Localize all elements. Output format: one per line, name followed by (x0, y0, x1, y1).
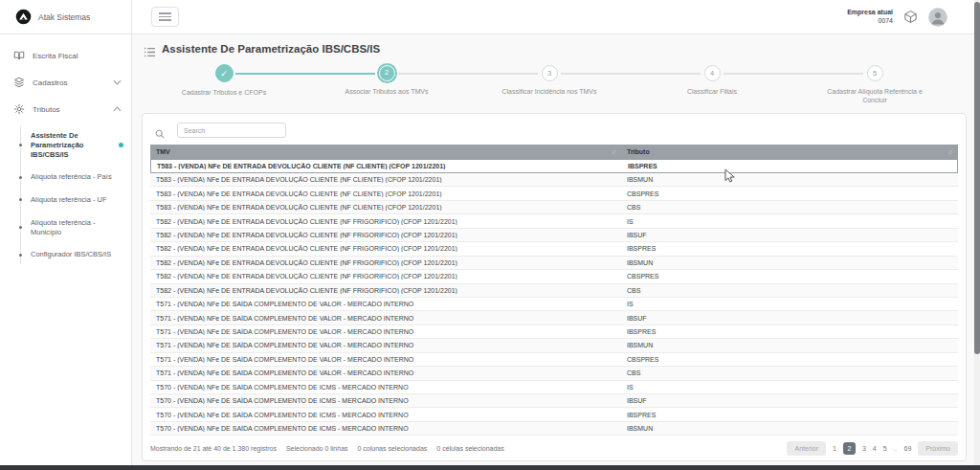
page-button-3[interactable]: 3 (862, 445, 866, 452)
bullet-icon (19, 226, 22, 229)
stepper: ✓Cadastrar Tributos e CFOPs2Associar Tri… (143, 64, 956, 104)
cell-tributo: CBS (621, 287, 958, 294)
table-body: T583 - (VENDA) NFe DE ENTRADA DEVOLUÇÃO … (150, 159, 958, 436)
table-row[interactable]: T583 - (VENDA) NFe DE ENTRADA DEVOLUÇÃO … (150, 187, 958, 200)
column-header-tributo[interactable]: Tributo ↓↑ (621, 148, 958, 155)
column-header-tmv[interactable]: TMV ↓↑ (150, 148, 621, 155)
page-button-1[interactable]: 1 (833, 445, 836, 452)
cell-tmv: T583 - (VENDA) NFe DE ENTRADA DEVOLUÇÃO … (151, 163, 622, 169)
table-row[interactable]: T571 - (VENDA) NFe DE SAÍDA COMPLEMENTO … (150, 353, 958, 367)
cell-tmv: T582 - (VENDA) NFe DE ENTRADA DEVOLUÇÃO … (150, 218, 621, 225)
table-row[interactable]: T583 - (VENDA) NFe DE ENTRADA DEVOLUÇÃO … (150, 159, 958, 173)
sidebar-item-aliquota-referencia-uf[interactable]: Alíquota referência - UF (0, 189, 131, 212)
table-row[interactable]: T582 - (VENDA) NFe DE ENTRADA DEVOLUÇÃO … (150, 257, 958, 270)
step-number: 4 (704, 65, 721, 81)
cell-tmv: T571 - (VENDA) NFe DE SAÍDA COMPLEMENTO … (150, 342, 621, 348)
cell-tributo: IBSPRES (622, 163, 957, 169)
table-row[interactable]: T582 - (VENDA) NFe DE ENTRADA DEVOLUÇÃO … (150, 284, 958, 298)
table-row[interactable]: T571 - (VENDA) NFe DE SAÍDA COMPLEMENTO … (150, 311, 958, 325)
cell-tmv: T582 - (VENDA) NFe DE ENTRADA DEVOLUÇÃO … (150, 259, 621, 266)
sidebar-item-configurador-ibs-cbs-is[interactable]: Configurador IBS/CBS/IS (0, 243, 131, 266)
sort-icon[interactable]: ↓↑ (612, 148, 616, 155)
sidebar-item-aliquota-referencia-municipio[interactable]: Alíquota referência - Município (0, 212, 131, 244)
cell-tmv: T583 - (VENDA) NFe DE ENTRADA DEVOLUÇÃO … (150, 190, 621, 197)
sidebar-item-cadastros[interactable]: Cadastros (0, 69, 131, 96)
search-icon (155, 125, 165, 135)
table-row[interactable]: T570 - (VENDA) NFe DE SAÍDA COMPLEMENTO … (150, 408, 958, 421)
search-input[interactable] (177, 123, 286, 138)
page-button-69[interactable]: 69 (904, 445, 912, 452)
table-row[interactable]: T582 - (VENDA) NFe DE ENTRADA DEVOLUÇÃO … (150, 214, 958, 228)
cell-tributo: IS (621, 301, 958, 307)
page-button-2[interactable]: 2 (843, 442, 856, 455)
cell-tmv: T570 - (VENDA) NFe DE SAÍDA COMPLEMENTO … (150, 397, 621, 404)
selected-lines: Selecionado 0 linhas (286, 445, 348, 452)
next-page-button[interactable]: Próximo (918, 441, 958, 456)
cell-tributo: IBSPRES (621, 412, 958, 418)
table-header: TMV ↓↑ Tributo ↓↑ (150, 145, 958, 159)
list-icon (144, 44, 156, 55)
tributos-submenu: Assistente De Parametrização IBS/CBS/ISA… (0, 123, 131, 270)
table-status: Mostrando de 21 até 40 de 1.380 registro… (150, 445, 504, 452)
step-number: 3 (542, 65, 558, 81)
bullet-icon (19, 144, 22, 146)
cell-tmv: T571 - (VENDA) NFe DE SAÍDA COMPLEMENTO … (150, 301, 621, 307)
step-5[interactable]: 5Cadastrar Alíquota Referência e Conclui… (793, 64, 956, 104)
sidebar-item-escrita-fiscal[interactable]: Escrita Fiscal (0, 42, 131, 69)
layers-icon (13, 77, 25, 88)
step-label: Cadastrar Alíquota Referência e Concluir (824, 87, 925, 104)
cell-tmv: T582 - (VENDA) NFe DE ENTRADA DEVOLUÇÃO … (150, 245, 621, 252)
current-company: Empresa atual 0074 (847, 9, 893, 26)
cell-tributo: IBSUF (621, 315, 958, 322)
step-1[interactable]: ✓Cadastrar Tributos e CFOPs (143, 64, 305, 104)
cell-tributo: IBSUF (621, 232, 958, 238)
pagination-pages: 12345..69 (833, 442, 911, 455)
pagination: Anterior 12345..69 Próximo (787, 441, 958, 456)
page-button-5[interactable]: 5 (883, 445, 887, 452)
cube-icon[interactable] (903, 10, 918, 24)
cell-tributo: CBS (621, 369, 958, 376)
topbar: Empresa atual 0074 (132, 0, 980, 34)
sort-icon[interactable]: ↓↑ (948, 148, 953, 155)
cell-tmv: T571 - (VENDA) NFe DE SAÍDA COMPLEMENTO … (150, 356, 621, 363)
step-label: Classificar Filiais (661, 87, 763, 96)
table-row[interactable]: T571 - (VENDA) NFe DE SAÍDA COMPLEMENTO … (150, 367, 958, 380)
scrollbar-thumb[interactable] (974, 2, 980, 354)
previous-page-button[interactable]: Anterior (787, 441, 826, 456)
table-row[interactable]: T570 - (VENDA) NFe DE SAÍDA COMPLEMENTO … (150, 394, 958, 408)
cell-tributo: IBSPRES (621, 245, 958, 252)
table-row[interactable]: T582 - (VENDA) NFe DE ENTRADA DEVOLUÇÃO … (150, 270, 958, 283)
cell-tmv: T570 - (VENDA) NFe DE SAÍDA COMPLEMENTO … (150, 412, 621, 418)
step-2[interactable]: 2Associar Tributos aos TMVs (305, 64, 468, 104)
step-3[interactable]: 3Classificar Incidência nos TMVs (468, 64, 631, 104)
step-4[interactable]: 4Classificar Filiais (631, 64, 793, 104)
scrollbar-track[interactable] (974, 0, 980, 465)
avatar[interactable] (928, 8, 947, 27)
cell-tmv: T570 - (VENDA) NFe DE SAÍDA COMPLEMENTO … (150, 384, 621, 391)
cell-tmv: T570 - (VENDA) NFe DE SAÍDA COMPLEMENTO … (150, 425, 621, 432)
page-button-4[interactable]: 4 (873, 445, 877, 452)
chevron-down-icon (113, 79, 122, 85)
table-row[interactable]: T582 - (VENDA) NFe DE ENTRADA DEVOLUÇÃO … (150, 229, 958, 242)
menu-toggle-button[interactable] (151, 7, 179, 27)
table-row[interactable]: T571 - (VENDA) NFe DE SAÍDA COMPLEMENTO … (150, 325, 958, 339)
sidebar-item-assistente-parametrizacao-ibs-cbs-is[interactable]: Assistente De Parametrização IBS/CBS/IS (0, 124, 131, 166)
company-label: Empresa atual (847, 9, 893, 17)
table-card: TMV ↓↑ Tributo ↓↑ T583 - (VENDA) NFe DE … (142, 113, 967, 461)
sidebar-item-aliquota-referencia-pais[interactable]: Alíquota referência - País (0, 166, 131, 189)
table-row[interactable]: T583 - (VENDA) NFe DE ENTRADA DEVOLUÇÃO … (150, 201, 958, 214)
table-row[interactable]: T571 - (VENDA) NFe DE SAÍDA COMPLEMENTO … (150, 298, 958, 311)
cell-tributo: IBSMUN (621, 176, 958, 183)
step-number: 5 (867, 65, 883, 81)
brand[interactable]: Atak Sistemas (0, 0, 131, 34)
table-row[interactable]: T583 - (VENDA) NFe DE ENTRADA DEVOLUÇÃO … (150, 173, 958, 187)
step-label: Associar Tributos aos TMVs (336, 87, 437, 96)
step-number: 2 (379, 65, 395, 81)
cell-tmv: T582 - (VENDA) NFe DE ENTRADA DEVOLUÇÃO … (150, 273, 621, 280)
sidebar-nav: Escrita FiscalCadastrosTributosAssistent… (0, 34, 131, 270)
table-row[interactable]: T582 - (VENDA) NFe DE ENTRADA DEVOLUÇÃO … (150, 242, 958, 256)
table-row[interactable]: T571 - (VENDA) NFe DE SAÍDA COMPLEMENTO … (150, 339, 958, 352)
table-row[interactable]: T570 - (VENDA) NFe DE SAÍDA COMPLEMENTO … (150, 422, 958, 436)
sidebar-item-tributos[interactable]: Tributos (0, 96, 131, 123)
table-row[interactable]: T570 - (VENDA) NFe DE SAÍDA COMPLEMENTO … (150, 381, 958, 394)
